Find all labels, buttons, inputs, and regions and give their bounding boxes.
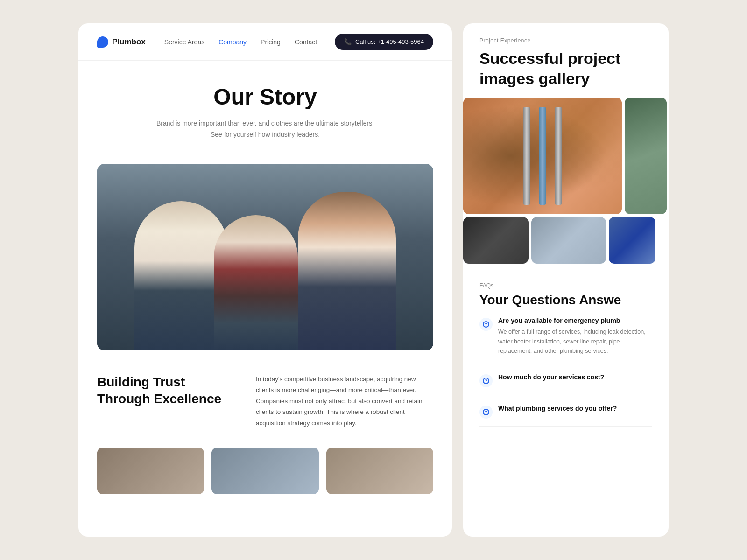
gallery-section: Project Experience Successful project im… [463,23,669,264]
gallery-image-large [463,98,622,214]
person-center [214,215,298,350]
gallery-image-small-right [625,98,667,214]
gallery-image-sm3 [609,217,655,264]
faqs-section: FAQs Your Questions Answe ? Are you avai… [463,273,669,445]
left-panel: Plumbox Service Areas Company Pricing Co… [78,23,452,537]
faq-question-mark-1: ? [483,321,489,328]
faq-answer-1: We offer a full range of services, inclu… [498,327,652,356]
hero-title: Our Story [97,84,433,110]
nav-service-areas[interactable]: Service Areas [164,38,204,46]
nav-company[interactable]: Company [218,38,247,46]
hero-subtitle: Brand is more important than ever, and c… [97,118,433,140]
faq-question-3: What plumbing services do you offer? [498,405,617,412]
navbar: Plumbox Service Areas Company Pricing Co… [78,23,452,61]
logo[interactable]: Plumbox [97,36,146,48]
content-title: Building Trust Through Excellence [97,374,237,408]
faq-content-3: What plumbing services do you offer? [498,405,617,412]
thumbnail-2 [211,448,318,494]
right-panel: Project Experience Successful project im… [463,23,669,537]
faq-question-mark-2: ? [483,378,489,384]
bottom-thumbnails [78,448,452,494]
thumbnail-3 [326,448,433,494]
logo-text: Plumbox [112,37,146,47]
pipe-visual [463,98,622,214]
content-section: Building Trust Through Excellence In tod… [78,360,452,443]
gallery-section-label: Project Experience [463,23,669,44]
person-right [298,192,396,350]
faq-icon-3: ? [479,406,493,419]
nav-contact[interactable]: Contact [295,38,317,46]
content-left: Building Trust Through Excellence [97,374,237,429]
faqs-label: FAQs [479,282,652,289]
faq-icon-2: ? [479,374,493,387]
gallery-row-2 [463,217,669,264]
faq-item-3: ? What plumbing services do you offer? [479,405,652,427]
faq-item-1: ? Are you available for emergency plumb … [479,317,652,364]
gallery-image-sm2 [531,217,606,264]
gallery-grid [463,98,669,264]
thumbnail-1 [97,448,204,494]
faq-question-2: How much do your services cost? [498,373,604,381]
phone-icon: 📞 [344,38,352,45]
hero-section: Our Story Brand is more important than e… [78,61,452,154]
logo-icon [97,36,108,48]
faq-content-2: How much do your services cost? [498,373,604,381]
faq-question-1: Are you available for emergency plumb [498,317,652,324]
nav-pricing[interactable]: Pricing [261,38,281,46]
team-image [97,164,433,350]
gallery-row-1 [463,98,669,214]
nav-links: Service Areas Company Pricing Contact [164,38,335,46]
faq-question-mark-3: ? [483,409,489,415]
faq-icon-1: ? [479,318,493,331]
call-button[interactable]: 📞 Call us: +1-495-493-5964 [335,34,433,50]
content-right: In today's competitive business landscap… [256,374,433,429]
faq-item-2: ? How much do your services cost? [479,373,652,395]
content-text: In today's competitive business landscap… [256,374,433,429]
gallery-section-title: Successful project images gallery [463,44,669,98]
faq-content-1: Are you available for emergency plumb We… [498,317,652,356]
faqs-title: Your Questions Answe [479,293,652,308]
gallery-image-sm1 [463,217,529,264]
